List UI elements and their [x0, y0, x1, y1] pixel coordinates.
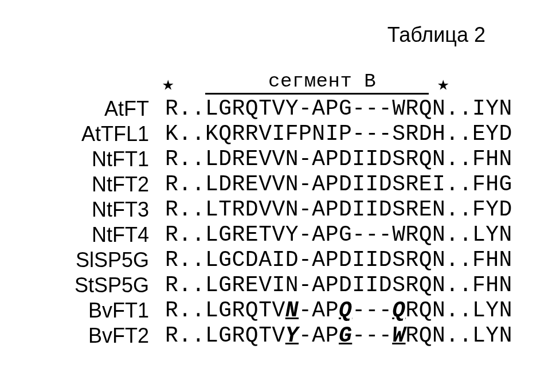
- sequence-name: StSP5G: [34, 273, 165, 298]
- sequence: R..LGREVIN-APDIIDSRQN..FHN: [165, 273, 512, 298]
- sequence-name: SlSP5G: [34, 248, 165, 273]
- sequence: R..LGRETVY-APG---WRQN..LYN: [165, 222, 512, 248]
- sequence-name: AtFT: [34, 96, 165, 121]
- sequence-name: BvFT2: [34, 323, 165, 348]
- segment-b-line: [205, 93, 429, 95]
- alignment-row: NtFT3 R..LTRDVVN-APDIIDSREN..FYD: [34, 197, 560, 222]
- highlighted-residue: G: [339, 323, 352, 348]
- segment-header-row: ★ сегмент B ★: [34, 70, 560, 95]
- sequence: R..LTRDVVN-APDIIDSREN..FYD: [165, 197, 512, 222]
- highlighted-residue: Q: [392, 298, 405, 323]
- sequence-name: BvFT1: [34, 298, 165, 323]
- highlighted-residue: Y: [285, 323, 299, 348]
- alignment-row: BvFT1 R..LGRQTVN-APQ---QRQN..LYN: [34, 298, 560, 323]
- segment-b-label: сегмент B: [268, 69, 376, 94]
- sequence: R..LGRQTVY-APG---WRQN..LYN: [165, 323, 512, 348]
- sequence: R..LDREVVN-APDIIDSRQN..FHN: [165, 147, 512, 172]
- sequence: K..KQRRVIFPNIP---SRDH..EYD: [165, 121, 512, 147]
- sequence-name: NtFT2: [34, 172, 165, 197]
- alignment-row: StSP5G R..LGREVIN-APDIIDSRQN..FHN: [34, 273, 560, 298]
- alignment-row: NtFT4 R..LGRETVY-APG---WRQN..LYN: [34, 222, 560, 248]
- alignment-row: AtTFL1 K..KQRRVIFPNIP---SRDH..EYD: [34, 121, 560, 147]
- highlighted-residue: Q: [339, 298, 352, 323]
- star-icon: ★: [162, 72, 174, 97]
- alignment-row: NtFT1 R..LDREVVN-APDIIDSRQN..FHN: [34, 147, 560, 172]
- sequence: R..LDREVVN-APDIIDSREI..FHG: [165, 172, 512, 197]
- alignment-row: BvFT2 R..LGRQTVY-APG---WRQN..LYN: [34, 323, 560, 348]
- sequence-name: AtTFL1: [34, 121, 165, 147]
- table-title: Таблица 2: [34, 23, 560, 47]
- alignment-row: NtFT2 R..LDREVVN-APDIIDSREI..FHG: [34, 172, 560, 197]
- alignment-row: AtFT R..LGRQTVY-APG---WRQN..IYN: [34, 96, 560, 121]
- sequence-name: NtFT1: [34, 147, 165, 172]
- sequence: R..LGRQTVY-APG---WRQN..IYN: [165, 96, 512, 121]
- sequence-name: NtFT4: [34, 222, 165, 248]
- sequence: R..LGRQTVN-APQ---QRQN..LYN: [165, 298, 512, 323]
- sequence-name: NtFT3: [34, 197, 165, 222]
- alignment-row: SlSP5G R..LGCDAID-APDIIDSRQN..FHN: [34, 248, 560, 273]
- highlighted-residue: W: [392, 323, 405, 348]
- highlighted-residue: N: [285, 298, 299, 323]
- star-icon: ★: [437, 72, 449, 97]
- sequence-alignment: ★ сегмент B ★ AtFT R..LGRQTVY-APG---WRQN…: [34, 70, 560, 348]
- sequence: R..LGCDAID-APDIIDSRQN..FHN: [165, 248, 512, 273]
